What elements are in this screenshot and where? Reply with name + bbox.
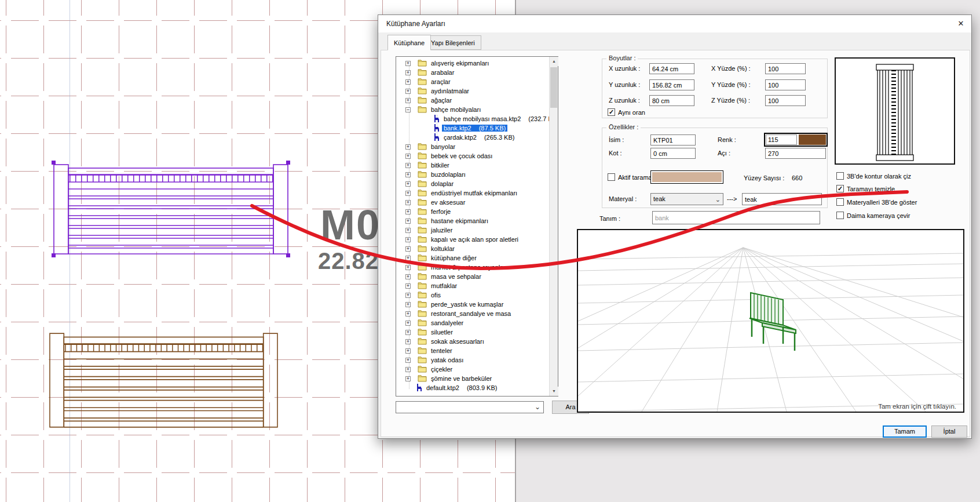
renk-number-field[interactable] — [766, 134, 797, 145]
tab-kutuphane[interactable]: Kütüphane — [387, 35, 431, 50]
tree-expander-icon[interactable]: + — [405, 293, 411, 298]
tree-item-text[interactable]: çardak.ktp2(265.3 KB) — [442, 134, 516, 141]
tree-item-folder[interactable]: +şömine ve barbeküler — [396, 374, 549, 383]
tree-item-text[interactable]: kütüphane diğer — [429, 254, 478, 261]
checkbox-icon[interactable] — [836, 198, 844, 206]
tree-expander-icon[interactable]: + — [405, 181, 411, 187]
tree-item-text[interactable]: bank.ktp2(87.5 KB) — [442, 125, 507, 132]
tree-expander-icon[interactable]: + — [405, 228, 411, 233]
tree-item-folder[interactable]: +endüstriyel mutfak ekipmanları — [396, 188, 549, 198]
option-checkbox[interactable]: Materyalleri 3B'de göster — [836, 198, 917, 206]
renk-control[interactable] — [764, 133, 828, 147]
scroll-up-icon[interactable]: ▲ — [550, 57, 558, 66]
tarama-color-swatch[interactable] — [650, 170, 723, 184]
preview-3d-panel[interactable]: Tam ekran için çift tıklayın. — [577, 229, 964, 413]
tree-item-text[interactable]: alışveriş ekipmanları — [429, 60, 491, 67]
tree-item-folder[interactable]: +sokak aksesuarları — [396, 337, 549, 346]
chevron-down-icon[interactable]: ⌄ — [715, 194, 721, 205]
tree-item-text[interactable]: bahçe mobilyası masa.ktp2(232.7 KB) — [442, 115, 549, 122]
checkbox-icon[interactable] — [836, 172, 844, 180]
tree-expander-icon[interactable]: + — [405, 358, 411, 363]
x-yuzde-field[interactable] — [765, 63, 806, 74]
tree-expander-icon[interactable]: + — [405, 70, 411, 75]
tree-expander-icon[interactable]: + — [405, 339, 411, 344]
tree-expander-icon[interactable]: + — [405, 191, 411, 196]
ayni-oran-checkbox[interactable]: ✓ Aynı oran — [608, 108, 645, 117]
materyal-dropdown[interactable]: teak ⌄ — [650, 193, 723, 205]
tree-item-folder[interactable]: +ofis — [396, 290, 549, 300]
tree-item-folder[interactable]: +mutfaklar — [396, 281, 549, 290]
tree-item-file[interactable]: default.ktp2(803.9 KB) — [396, 383, 549, 392]
tree-expander-icon[interactable]: + — [405, 219, 411, 224]
aktif-tarama-checkbox[interactable]: Aktif tarama — [608, 173, 652, 181]
search-combo[interactable]: ⌄ — [396, 401, 544, 413]
tree-expander-icon[interactable]: + — [405, 89, 411, 94]
dialog-titlebar[interactable]: Kütüphane Ayarları ✕ — [378, 15, 971, 32]
tree-expander-icon[interactable]: − — [405, 107, 411, 112]
y-uzunluk-field[interactable] — [649, 79, 694, 90]
tree-item-folder[interactable]: +sandalyeler — [396, 318, 549, 328]
tree-item-text[interactable]: banyolar — [429, 143, 457, 150]
tree-item-folder[interactable]: +ağaçlar — [396, 96, 549, 105]
tree-item-folder[interactable]: +jaluziler — [396, 225, 549, 235]
tree-item-text[interactable]: ev aksesuar — [429, 199, 467, 206]
tree-item-text[interactable]: aydınlatmalar — [429, 88, 471, 94]
tree-expander-icon[interactable]: + — [405, 265, 411, 270]
tree-item-text[interactable]: yatak odası — [429, 357, 465, 363]
kot-field[interactable] — [650, 148, 696, 159]
tree-expander-icon[interactable]: + — [405, 302, 411, 307]
tree-item-text[interactable]: kapalı ve açık alan spor aletleri — [429, 236, 520, 243]
tree-item-folder[interactable]: +tenteler — [396, 346, 549, 355]
tree-item-file[interactable]: bank.ktp2(87.5 KB) — [396, 123, 549, 133]
renk-color-swatch[interactable] — [799, 134, 826, 145]
cancel-button[interactable]: İptal — [931, 425, 967, 438]
tree-item-text[interactable]: sandalyeler — [429, 319, 465, 326]
tree-expander-icon[interactable]: + — [405, 367, 411, 372]
tree-item-folder[interactable]: +restorant_sandalye ve masa — [396, 309, 549, 318]
tree-item-folder[interactable]: +hastane ekipmanları — [396, 216, 549, 225]
tree-item-text[interactable]: sokak aksesuarları — [429, 338, 486, 345]
tree-item-folder[interactable]: +ev aksesuar — [396, 198, 549, 207]
scroll-thumb[interactable] — [550, 67, 557, 108]
tree-expander-icon[interactable]: + — [405, 283, 411, 289]
tree-item-text[interactable]: perde_yastık ve kumaşlar — [429, 301, 505, 308]
tree-item-text[interactable]: bahçe mobilyaları — [429, 106, 482, 113]
tree-item-file[interactable]: bahçe mobilyası masa.ktp2(232.7 KB) — [396, 114, 549, 123]
tree-item-folder[interactable]: +kapalı ve açık alan spor aletleri — [396, 235, 549, 244]
tree-expander-icon[interactable]: + — [405, 237, 411, 242]
tree-item-folder[interactable]: +siluetler — [396, 328, 549, 337]
materyal-to-field[interactable] — [742, 193, 822, 205]
tree-item-text[interactable]: restorant_sandalye ve masa — [429, 310, 513, 317]
tree-item-folder[interactable]: +ferforje — [396, 207, 549, 216]
tree-item-folder[interactable]: +yatak odası — [396, 355, 549, 365]
tree-item-text[interactable]: araçlar — [429, 78, 452, 85]
tree-expander-icon[interactable]: + — [405, 144, 411, 150]
tab-yapi-bilesenleri[interactable]: Yapı Bileşenleri — [425, 35, 481, 50]
tree-expander-icon[interactable]: + — [405, 274, 411, 279]
tree-item-folder[interactable]: +alışveriş ekipmanları — [396, 59, 549, 68]
tree-item-folder[interactable]: +perde_yastık ve kumaşlar — [396, 300, 549, 309]
tree-item-text[interactable]: mutfaklar — [429, 282, 459, 289]
tree-expander-icon[interactable]: + — [405, 163, 411, 168]
tree-item-folder[interactable]: +buzdolapları — [396, 170, 549, 179]
tree-item-folder[interactable]: −bahçe mobilyaları — [396, 105, 549, 114]
z-uzunluk-field[interactable] — [649, 95, 694, 106]
tree-item-text[interactable]: çiçekler — [429, 366, 454, 373]
option-checkbox[interactable]: ✓Taramayı temizle — [836, 184, 895, 193]
tree-expander-icon[interactable]: + — [405, 321, 411, 326]
tree-item-folder[interactable]: +bebek ve çocuk odası — [396, 151, 549, 161]
tree-item-file[interactable]: çardak.ktp2(265.3 KB) — [396, 133, 549, 142]
z-yuzde-field[interactable] — [765, 95, 806, 106]
tree-item-folder[interactable]: +banyolar — [396, 142, 549, 151]
tanim-field[interactable] — [652, 211, 820, 224]
tree-item-text[interactable]: bebek ve çocuk odası — [429, 152, 494, 159]
tree-item-folder[interactable]: +masa ve sehpalar — [396, 272, 549, 281]
tree-item-folder[interactable]: +arabalar — [396, 68, 549, 77]
checkbox-icon[interactable]: ✓ — [836, 185, 844, 192]
option-checkbox[interactable]: 3B'de kontur olarak çiz — [836, 172, 911, 180]
checkbox-icon[interactable]: ✓ — [608, 108, 615, 116]
tree-item-text[interactable]: ağaçlar — [429, 97, 454, 104]
x-uzunluk-field[interactable] — [649, 63, 694, 74]
tree-expander-icon[interactable]: + — [405, 200, 411, 205]
y-yuzde-field[interactable] — [765, 79, 806, 90]
